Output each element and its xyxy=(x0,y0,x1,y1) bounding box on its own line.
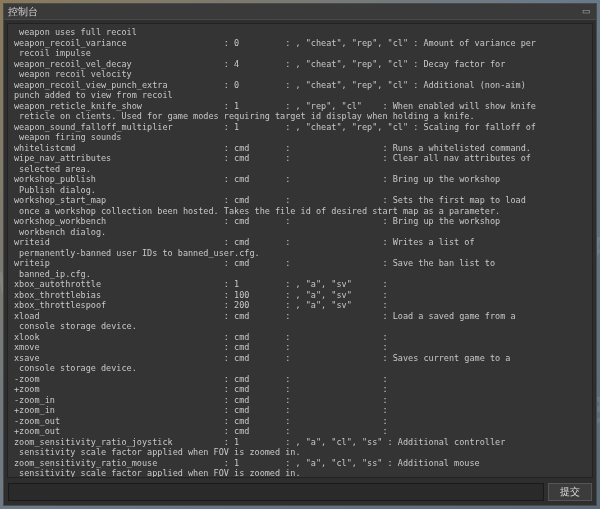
console-output[interactable]: weapon uses full recoilweapon_recoil_var… xyxy=(7,23,593,478)
console-line: +zoom_out : cmd : : xyxy=(14,426,586,437)
console-line: weapon_recoil_vel_decay : 4 : , "cheat",… xyxy=(14,59,586,70)
console-line: reticle on clients. Used for game modes … xyxy=(14,111,586,122)
console-line: xbox_throttlespoof : 200 : , "a", "sv" : xyxy=(14,300,586,311)
console-line: weapon firing sounds xyxy=(14,132,586,143)
console-line: -zoom_in : cmd : : xyxy=(14,395,586,406)
console-line: weapon_reticle_knife_show : 1 : , "rep",… xyxy=(14,101,586,112)
console-line: selected area. xyxy=(14,164,586,175)
console-line: punch added to view from recoil xyxy=(14,90,586,101)
close-icon[interactable]: ▭ xyxy=(580,6,592,18)
console-line: console storage device. xyxy=(14,321,586,332)
console-line: banned_ip.cfg. xyxy=(14,269,586,280)
console-line: xlook : cmd : : xyxy=(14,332,586,343)
console-line: zoom_sensitivity_ratio_mouse : 1 : , "a"… xyxy=(14,458,586,469)
console-line: sensitivity scale factor applied when FO… xyxy=(14,447,586,458)
console-line: console storage device. xyxy=(14,363,586,374)
console-line: Publish dialog. xyxy=(14,185,586,196)
console-line: whitelistcmd : cmd : : Runs a whiteliste… xyxy=(14,143,586,154)
console-line: zoom_sensitivity_ratio_joystick : 1 : , … xyxy=(14,437,586,448)
console-line: xsave : cmd : : Saves current game to a xyxy=(14,353,586,364)
console-line: wipe_nav_attributes : cmd : : Clear all … xyxy=(14,153,586,164)
console-line: sensitivity scale factor applied when FO… xyxy=(14,468,586,478)
console-line: xbox_autothrottle : 1 : , "a", "sv" : xyxy=(14,279,586,290)
console-line: +zoom : cmd : : xyxy=(14,384,586,395)
console-line: xbox_throttlebias : 100 : , "a", "sv" : xyxy=(14,290,586,301)
console-line: workbench dialog. xyxy=(14,227,586,238)
titlebar[interactable]: 控制台 ▭ xyxy=(4,4,596,20)
console-line: once a workshop collection been hosted. … xyxy=(14,206,586,217)
console-line: weapon_recoil_variance : 0 : , "cheat", … xyxy=(14,38,586,49)
console-line: permanently-banned user IDs to banned_us… xyxy=(14,248,586,259)
console-line: -zoom : cmd : : xyxy=(14,374,586,385)
console-line: -zoom_out : cmd : : xyxy=(14,416,586,427)
console-line: workshop_publish : cmd : : Bring up the … xyxy=(14,174,586,185)
console-line: writeip : cmd : : Save the ban list to xyxy=(14,258,586,269)
console-line: weapon_recoil_view_punch_extra : 0 : , "… xyxy=(14,80,586,91)
console-line: weapon recoil velocity xyxy=(14,69,586,80)
console-line: +zoom_in : cmd : : xyxy=(14,405,586,416)
console-window: 控制台 ▭ weapon uses full recoilweapon_reco… xyxy=(3,3,597,506)
console-line: weapon uses full recoil xyxy=(14,27,586,38)
console-line: xload : cmd : : Load a saved game from a xyxy=(14,311,586,322)
console-line: workshop_start_map : cmd : : Sets the fi… xyxy=(14,195,586,206)
command-bar: 提交 xyxy=(4,481,596,505)
console-line: recoil impulse xyxy=(14,48,586,59)
console-line: workshop_workbench : cmd : : Bring up th… xyxy=(14,216,586,227)
console-line: writeid : cmd : : Writes a list of xyxy=(14,237,586,248)
console-line: weapon_sound_falloff_multiplier : 1 : , … xyxy=(14,122,586,133)
window-title: 控制台 xyxy=(8,5,38,19)
submit-button[interactable]: 提交 xyxy=(548,483,592,501)
command-input[interactable] xyxy=(8,483,544,501)
console-line: xmove : cmd : : xyxy=(14,342,586,353)
